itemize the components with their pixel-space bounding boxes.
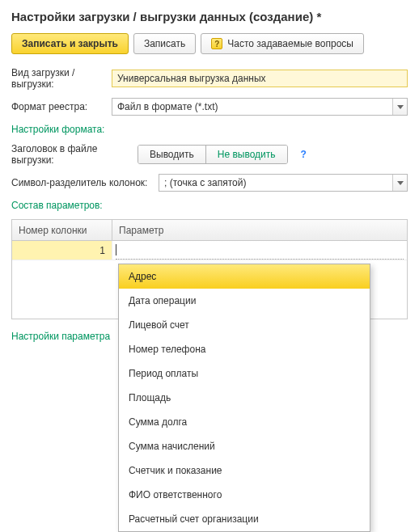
toolbar: Записать и закрыть Записать ? Часто зада…: [11, 33, 408, 54]
question-icon: ?: [211, 38, 222, 49]
header-label: Заголовок в файле выгрузки:: [11, 143, 131, 166]
col-number-header[interactable]: Номер колонки: [12, 220, 112, 240]
help-icon[interactable]: ?: [301, 149, 307, 160]
type-row: Вид загрузки / выгрузки: Универсальная в…: [11, 67, 408, 90]
header-row: Заголовок в файле выгрузки: Выводить Не …: [11, 143, 408, 166]
chevron-down-icon[interactable]: [392, 175, 407, 191]
delim-row: Символ-разделитель колонок: ; (точка с з…: [11, 174, 408, 192]
delim-label: Символ-разделитель колонок:: [11, 177, 152, 188]
faq-label: Часто задаваемые вопросы: [227, 38, 353, 49]
table-row[interactable]: 1: [12, 241, 407, 260]
delim-select-value: ; (точка с запятой): [164, 177, 246, 188]
cell-param[interactable]: [112, 241, 407, 260]
header-toggle: Выводить Не выводить: [138, 145, 288, 164]
delim-select[interactable]: ; (точка с запятой): [159, 174, 408, 192]
format-select[interactable]: Файл в формате (*.txt): [112, 98, 408, 116]
header-show-button[interactable]: Выводить: [138, 146, 205, 163]
save-button[interactable]: Записать: [133, 33, 196, 54]
col-param-header[interactable]: Параметр: [112, 220, 407, 240]
dropdown-item[interactable]: Лицевой счет: [119, 313, 370, 337]
params-title: Состав параметров:: [11, 200, 408, 211]
text-caret: [116, 244, 116, 255]
chevron-down-icon[interactable]: [392, 99, 407, 115]
type-select[interactable]: Универсальная выгрузка данных: [112, 70, 408, 87]
type-label: Вид загрузки / выгрузки:: [11, 67, 105, 90]
faq-button[interactable]: ? Часто задаваемые вопросы: [201, 33, 364, 54]
format-label: Формат реестра:: [11, 101, 105, 112]
type-select-value: Универсальная выгрузка данных: [117, 73, 266, 84]
dropdown-item[interactable]: Адрес: [119, 264, 370, 289]
format-settings-title: Настройки формата:: [11, 124, 408, 135]
dropdown-item[interactable]: Номер телефона: [119, 337, 370, 360]
format-select-value: Файл в формате (*.txt): [117, 101, 218, 112]
table-header: Номер колонки Параметр: [12, 220, 407, 241]
cell-number[interactable]: 1: [12, 241, 112, 260]
save-and-close-button[interactable]: Записать и закрыть: [11, 33, 129, 54]
dropdown-item[interactable]: Дата операции: [119, 289, 370, 313]
param-input[interactable]: [116, 241, 404, 260]
format-row: Формат реестра: Файл в формате (*.txt): [11, 98, 408, 116]
header-hide-button[interactable]: Не выводить: [205, 146, 287, 163]
param-dropdown[interactable]: АдресДата операцииЛицевой счетНомер теле…: [118, 264, 370, 360]
page-title: Настройки загрузки / выгрузки данных (со…: [11, 10, 408, 23]
